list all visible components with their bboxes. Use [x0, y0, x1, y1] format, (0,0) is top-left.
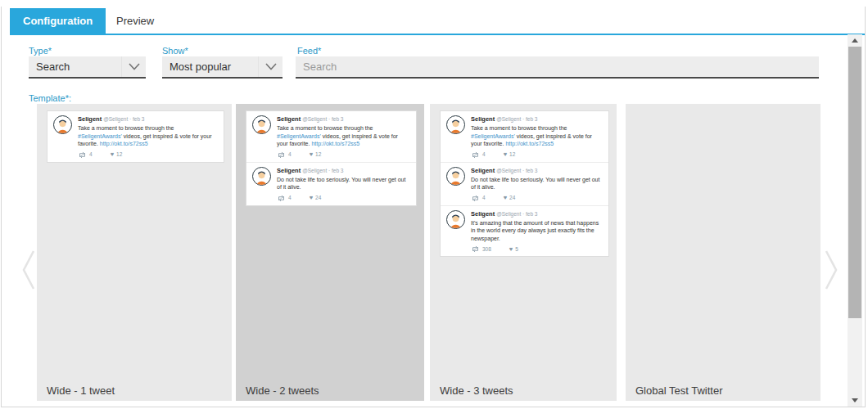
- heart-icon: ♥: [310, 195, 313, 201]
- type-field-label: Type*: [29, 46, 52, 56]
- tweet-content: Seligent @Seligent · feb 3 Take a moment…: [78, 115, 218, 159]
- tweet-header: Seligent @Seligent · feb 3: [78, 115, 218, 124]
- tweet-text: Do not take life too seriously. You will…: [471, 176, 603, 191]
- tweet-counts: 4 ♥ 12: [78, 151, 218, 159]
- heart-icon: ♥: [310, 151, 313, 158]
- template-card[interactable]: Seligent @Seligent · feb 3 Take a moment…: [37, 104, 232, 401]
- scrollbar-up-button[interactable]: [848, 34, 862, 47]
- retweet-stat: 4: [277, 195, 292, 202]
- tweet-preview-block: Seligent @Seligent · feb 3 Take a moment…: [440, 110, 609, 257]
- tweet-preview: Seligent @Seligent · feb 3 It's amazing …: [441, 205, 608, 257]
- tweet-link[interactable]: http://okt.to/s72ss5: [505, 141, 554, 146]
- tweet-link[interactable]: #SeligentAwards': [277, 133, 321, 139]
- retweet-count: 4: [288, 151, 292, 158]
- feed-search-input[interactable]: [296, 56, 819, 79]
- retweet-count: 4: [482, 195, 486, 201]
- tweet-content: Seligent @Seligent · feb 3 Do not take l…: [277, 167, 410, 202]
- tweet-author: Seligent: [471, 115, 495, 123]
- tweet-counts: 4 ♥ 24: [277, 195, 410, 202]
- scrollbar-thumb[interactable]: [848, 47, 861, 318]
- tweet-preview: Seligent @Seligent · feb 3 Take a moment…: [47, 111, 224, 162]
- chevron-down-icon: [258, 56, 283, 77]
- template-card-row: Seligent @Seligent · feb 3 Take a moment…: [2, 104, 865, 401]
- tweet-content: Seligent @Seligent · feb 3 Do not take l…: [471, 167, 603, 202]
- retweet-count: 308: [482, 246, 491, 253]
- like-stat: ♥ 12: [310, 151, 322, 158]
- tweet-link[interactable]: http://okt.to/s72ss5: [100, 141, 148, 146]
- template-card[interactable]: Seligent @Seligent · feb 3 Take a moment…: [430, 104, 617, 401]
- tweet-link[interactable]: #SeligentAwards': [471, 133, 515, 139]
- type-select[interactable]: Search: [29, 56, 146, 79]
- vertical-scrollbar[interactable]: [848, 34, 862, 407]
- retweet-icon: [471, 151, 480, 159]
- tweet-text: Do not take life too seriously. You will…: [277, 176, 410, 191]
- template-card[interactable]: Seligent @Seligent · feb 3 Take a moment…: [236, 104, 424, 401]
- tweet-header: Seligent @Seligent · feb 3: [471, 167, 603, 175]
- triangle-up-icon: [852, 38, 858, 43]
- carousel-next-button[interactable]: [822, 247, 840, 293]
- retweet-stat: 4: [277, 151, 292, 159]
- like-stat: ♥ 24: [310, 195, 322, 201]
- template-card[interactable]: Global Test Twitter: [626, 104, 821, 401]
- tweet-text: Take a moment to browse through the #Sel…: [471, 124, 603, 148]
- like-stat: ♥ 24: [504, 195, 516, 201]
- tab-preview[interactable]: Preview: [94, 8, 176, 34]
- tweet-author: Seligent: [471, 210, 495, 218]
- tweet-preview: Seligent @Seligent · feb 3 Do not take l…: [441, 162, 608, 205]
- retweet-stat: 4: [471, 195, 486, 202]
- tweet-header: Seligent @Seligent · feb 3: [471, 115, 603, 124]
- tweet-text: Take a moment to browse through the #Sel…: [78, 124, 218, 148]
- like-stat: ♥ 5: [509, 246, 518, 253]
- tweet-author: Seligent: [277, 167, 301, 174]
- template-section-label: Template*:: [29, 93, 71, 103]
- type-select-value: Search: [29, 61, 121, 73]
- retweet-stat: 308: [471, 245, 491, 253]
- retweet-count: 4: [482, 151, 486, 158]
- show-select[interactable]: Most popular: [162, 56, 283, 79]
- retweet-icon: [471, 245, 480, 253]
- heart-icon: ♥: [509, 246, 513, 253]
- tweet-preview-block: Seligent @Seligent · feb 3 Take a moment…: [246, 110, 417, 206]
- tweet-author: Seligent: [471, 167, 495, 174]
- avatar: [446, 115, 465, 134]
- tweet-preview-block: Seligent @Seligent · feb 3 Take a moment…: [47, 110, 224, 163]
- avatar: [252, 115, 271, 134]
- retweet-count: 4: [89, 151, 93, 158]
- retweet-icon: [277, 151, 286, 159]
- tweet-text: It's amazing that the amount of news tha…: [471, 219, 603, 243]
- tweet-counts: 4 ♥ 12: [471, 151, 603, 159]
- like-count: 5: [515, 246, 518, 253]
- tweet-link[interactable]: #SeligentAwards': [78, 133, 122, 139]
- show-select-value: Most popular: [162, 61, 258, 73]
- tweet-preview: Seligent @Seligent · feb 3 Do not take l…: [246, 162, 416, 205]
- tweet-handle-date: @Seligent · feb 3: [496, 211, 537, 217]
- retweet-stat: 4: [471, 151, 486, 159]
- tab-bar: Configuration Preview: [2, 7, 865, 34]
- tweet-content: Seligent @Seligent · feb 3 It's amazing …: [471, 210, 603, 254]
- avatar: [252, 167, 271, 186]
- template-card-label: Wide - 1 tweet: [47, 384, 115, 397]
- tweet-author: Seligent: [277, 115, 301, 123]
- chevron-down-icon: [121, 56, 146, 77]
- template-card-label: Wide - 3 tweets: [440, 384, 513, 397]
- retweet-icon: [471, 195, 480, 202]
- tweet-handle-date: @Seligent · feb 3: [302, 168, 343, 173]
- like-count: 24: [315, 195, 321, 201]
- tweet-counts: 4 ♥ 24: [471, 195, 603, 202]
- tweet-text: Take a moment to browse through the #Sel…: [277, 124, 410, 148]
- tweet-preview: Seligent @Seligent · feb 3 Take a moment…: [441, 111, 608, 162]
- like-count: 12: [509, 151, 515, 158]
- scrollbar-down-button[interactable]: [848, 394, 862, 407]
- tweet-header: Seligent @Seligent · feb 3: [277, 167, 410, 175]
- tweet-header: Seligent @Seligent · feb 3: [277, 115, 410, 124]
- carousel-prev-button[interactable]: [20, 247, 38, 293]
- heart-icon: ♥: [504, 195, 507, 201]
- tweet-handle-date: @Seligent · feb 3: [496, 116, 537, 122]
- tweet-preview: Seligent @Seligent · feb 3 Take a moment…: [246, 111, 416, 162]
- like-stat: ♥ 12: [111, 151, 123, 158]
- chevron-right-icon: [822, 247, 840, 293]
- tab-configuration[interactable]: Configuration: [10, 8, 106, 34]
- retweet-icon: [277, 195, 286, 202]
- tweet-link[interactable]: http://okt.to/s72ss5: [311, 141, 359, 146]
- avatar: [53, 115, 72, 134]
